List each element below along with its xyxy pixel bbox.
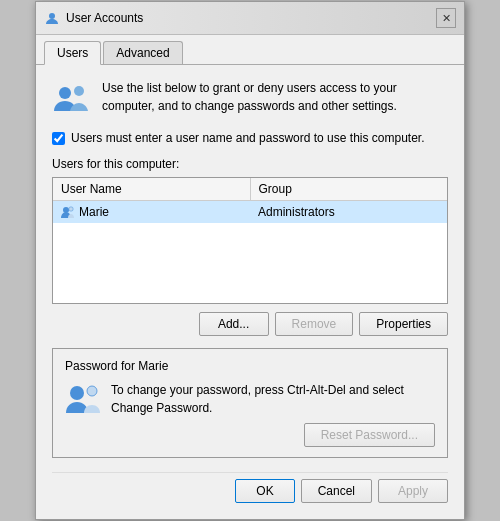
ok-button[interactable]: OK — [235, 479, 294, 503]
dialog-content: Use the list below to grant or deny user… — [36, 65, 464, 519]
checkbox-label: Users must enter a user name and passwor… — [71, 131, 425, 145]
svg-point-0 — [49, 13, 55, 19]
checkbox-row: Users must enter a user name and passwor… — [52, 131, 448, 145]
svg-point-2 — [74, 86, 84, 96]
cell-username: Marie — [53, 201, 250, 223]
title-bar-left: User Accounts — [44, 10, 143, 26]
table-empty-space — [53, 223, 447, 303]
cancel-button[interactable]: Cancel — [301, 479, 372, 503]
svg-point-5 — [70, 386, 84, 400]
title-bar: User Accounts ✕ — [36, 2, 464, 35]
add-button[interactable]: Add... — [199, 312, 269, 336]
password-section: Password for Marie To change your passwo… — [52, 348, 448, 458]
password-user-icon — [65, 381, 101, 417]
svg-point-1 — [59, 87, 71, 99]
cell-group: Administrators — [250, 201, 447, 223]
reset-password-button[interactable]: Reset Password... — [304, 423, 435, 447]
users-section-label: Users for this computer: — [52, 157, 448, 171]
col-username: User Name — [53, 178, 251, 200]
properties-button[interactable]: Properties — [359, 312, 448, 336]
tab-bar: Users Advanced — [36, 35, 464, 65]
tab-advanced[interactable]: Advanced — [103, 41, 182, 64]
table-header: User Name Group — [53, 178, 447, 201]
info-text: Use the list below to grant or deny user… — [102, 79, 448, 115]
window-icon — [44, 10, 60, 26]
user-row-icon — [61, 205, 75, 219]
info-row: Use the list below to grant or deny user… — [52, 79, 448, 119]
remove-button[interactable]: Remove — [275, 312, 354, 336]
password-text: To change your password, press Ctrl-Alt-… — [111, 383, 404, 415]
password-content: To change your password, press Ctrl-Alt-… — [111, 381, 435, 447]
window-title: User Accounts — [66, 11, 143, 25]
password-btn-row: Reset Password... — [111, 423, 435, 447]
svg-point-4 — [69, 207, 73, 211]
close-button[interactable]: ✕ — [436, 8, 456, 28]
users-icon — [52, 79, 92, 119]
user-table: User Name Group Marie Administrators — [52, 177, 448, 304]
apply-button[interactable]: Apply — [378, 479, 448, 503]
tab-users[interactable]: Users — [44, 41, 101, 65]
password-inner: To change your password, press Ctrl-Alt-… — [65, 381, 435, 447]
must-enter-password-checkbox[interactable] — [52, 132, 65, 145]
user-accounts-dialog: User Accounts ✕ Users Advanced Use the l… — [35, 1, 465, 520]
user-action-buttons: Add... Remove Properties — [52, 312, 448, 336]
table-row[interactable]: Marie Administrators — [53, 201, 447, 223]
svg-point-6 — [87, 386, 97, 396]
bottom-buttons: OK Cancel Apply — [52, 472, 448, 505]
password-section-title: Password for Marie — [65, 359, 435, 373]
col-group: Group — [251, 178, 448, 200]
